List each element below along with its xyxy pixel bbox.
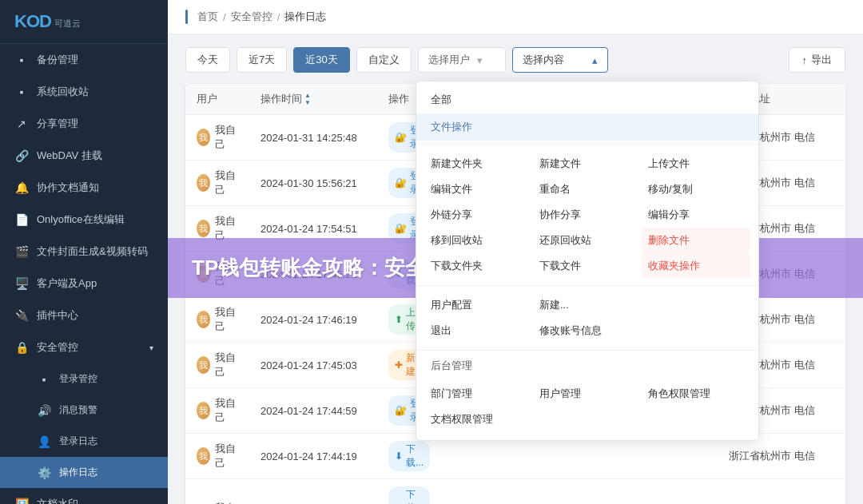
filter-custom[interactable]: 自定义 bbox=[356, 47, 412, 73]
client-icon: 🖥️ bbox=[14, 277, 29, 290]
cell-user: 我我自己 bbox=[185, 434, 249, 479]
export-button[interactable]: ↑ 导出 bbox=[789, 47, 846, 73]
dropdown-collab-share[interactable]: 协作分享 bbox=[533, 202, 642, 228]
dropdown-doc-perm[interactable]: 文档权限管理 bbox=[424, 407, 533, 432]
sidebar-item-label: 协作文档通知 bbox=[37, 181, 99, 195]
breadcrumb-bar: 首页 / 安全管控 / 操作日志 bbox=[168, 0, 863, 34]
dropdown-empty-4 bbox=[642, 407, 750, 432]
dropdown-download-file[interactable]: 下载文件 bbox=[533, 253, 642, 279]
dropdown-ext-share[interactable]: 外链分享 bbox=[424, 202, 533, 228]
file-ops-label: 文件操作 bbox=[431, 120, 472, 134]
breadcrumb-security[interactable]: 安全管控 bbox=[231, 10, 272, 24]
op-badge: ⬇下载文件 bbox=[388, 486, 430, 504]
sort-arrows: ▲▼ bbox=[304, 92, 311, 106]
sidebar-item-login-log[interactable]: 👤 登录日志 bbox=[0, 426, 168, 457]
col-header-user: 用户 bbox=[185, 84, 249, 115]
sidebar-item-onlyoffice[interactable]: 📄 Onlyoffice在线编辑 bbox=[0, 204, 168, 236]
onlyoffice-icon: 📄 bbox=[14, 213, 29, 226]
sidebar-item-op-log[interactable]: ⚙️ 操作日志 bbox=[0, 457, 168, 488]
sidebar-item-watermark[interactable]: 🖼️ 文档水印 bbox=[0, 488, 168, 504]
dropdown-logout[interactable]: 退出 bbox=[424, 318, 533, 343]
sidebar-item-label: 操作日志 bbox=[59, 466, 97, 479]
filter-today[interactable]: 今天 bbox=[185, 47, 230, 73]
dropdown-collect-op[interactable]: 收藏夹操作 bbox=[642, 253, 750, 279]
dropdown-move-copy[interactable]: 移动/复制 bbox=[642, 177, 750, 202]
dropdown-modify-acct[interactable]: 修改账号信息 bbox=[533, 318, 642, 343]
chevron-icon: ▾ bbox=[149, 343, 153, 352]
login-ctrl-icon: ▪ bbox=[37, 373, 51, 386]
breadcrumb-accent-bar bbox=[185, 10, 188, 24]
dropdown-rename[interactable]: 重命名 bbox=[533, 177, 642, 202]
dropdown-delete-file[interactable]: 删除文件 bbox=[642, 228, 750, 253]
sidebar-item-plugin[interactable]: 🔌 插件中心 bbox=[0, 300, 168, 331]
sidebar-item-label: 文件封面生成&视频转码 bbox=[37, 244, 148, 259]
export-icon: ↑ bbox=[802, 54, 808, 66]
logo-area: KOD 可道云 bbox=[0, 0, 168, 44]
transcode-icon: 🎬 bbox=[14, 245, 29, 258]
avatar: 我 bbox=[197, 356, 210, 374]
content-select[interactable]: 选择内容 ▴ bbox=[512, 47, 608, 73]
cell-user: 我我自己 bbox=[185, 115, 249, 161]
breadcrumb-current: 操作日志 bbox=[284, 10, 326, 24]
dropdown-user-mgmt[interactable]: 用户管理 bbox=[533, 381, 642, 407]
op-icon: 🔐 bbox=[395, 177, 407, 189]
cell-time: 2024-01-24 17:44:19 bbox=[249, 434, 377, 479]
sidebar-item-recycle[interactable]: ▪ 系统回收站 bbox=[0, 76, 168, 108]
share-icon: ↗ bbox=[14, 117, 29, 130]
divider-2 bbox=[416, 285, 758, 286]
sidebar-item-transcode[interactable]: 🎬 文件封面生成&视频转码 bbox=[0, 236, 168, 268]
cell-op: ⬇下载文件 bbox=[377, 479, 441, 505]
dropdown-edit-file[interactable]: 编辑文件 bbox=[424, 177, 533, 202]
sidebar-item-msg-alert[interactable]: 🔊 消息预警 bbox=[0, 395, 168, 426]
cell-time: 2024-01-24 17:45:03 bbox=[249, 343, 377, 388]
time-label: 操作时间 bbox=[260, 92, 302, 106]
dropdown-download-folder[interactable]: 下载文件夹 bbox=[424, 253, 533, 279]
op-icon: 🔐 bbox=[395, 223, 407, 234]
dropdown-user-config[interactable]: 用户配置 bbox=[424, 292, 533, 318]
chevron-down-icon: ▾ bbox=[477, 54, 483, 66]
sidebar-item-label: Onlyoffice在线编辑 bbox=[37, 212, 125, 227]
dropdown-move-recycle[interactable]: 移到回收站 bbox=[424, 228, 533, 253]
sidebar-item-collab[interactable]: 🔔 协作文档通知 bbox=[0, 172, 168, 204]
avatar: 我 bbox=[197, 447, 210, 465]
breadcrumb-home[interactable]: 首页 bbox=[197, 10, 218, 24]
sidebar-item-client[interactable]: 🖥️ 客户端及App bbox=[0, 268, 168, 300]
dropdown-item-file-ops[interactable]: 文件操作 bbox=[416, 113, 758, 141]
dropdown-restore-recycle[interactable]: 还原回收站 bbox=[533, 228, 642, 253]
sidebar-item-login-ctrl[interactable]: ▪ 登录管控 bbox=[0, 363, 168, 395]
filter-month30[interactable]: 近30天 bbox=[293, 47, 349, 73]
breadcrumb-sep-1: / bbox=[223, 11, 226, 23]
sidebar-item-security[interactable]: 🔒 安全管控 ▾ bbox=[0, 331, 168, 363]
col-header-time: 操作时间 ▲▼ bbox=[249, 84, 377, 115]
sidebar-item-label: WebDAV 挂载 bbox=[37, 149, 102, 163]
dropdown-dept-mgmt[interactable]: 部门管理 bbox=[424, 381, 533, 407]
dropdown-empty-1 bbox=[642, 292, 750, 318]
webdav-icon: 🔗 bbox=[14, 149, 29, 162]
dropdown-new-file[interactable]: 新建文件 bbox=[533, 151, 642, 177]
op-badge: ⬇下载... bbox=[388, 441, 430, 471]
dropdown-upload[interactable]: 上传文件 bbox=[642, 151, 750, 177]
all-label: 全部 bbox=[431, 93, 451, 107]
filter-week7[interactable]: 近7天 bbox=[237, 47, 287, 73]
user-select[interactable]: 选择用户 ▾ bbox=[418, 47, 506, 73]
sidebar-item-share[interactable]: ↗ 分享管理 bbox=[0, 108, 168, 140]
cell-addr: 浙江省杭州市 电信 bbox=[718, 479, 845, 505]
dropdown-edit-share[interactable]: 编辑分享 bbox=[642, 202, 750, 228]
logo-subtitle: 可道云 bbox=[54, 18, 81, 30]
breadcrumb-sep-2: / bbox=[277, 11, 280, 23]
dropdown-new-x[interactable]: 新建... bbox=[533, 292, 642, 318]
user-select-label: 选择用户 bbox=[428, 53, 470, 67]
avatar: 我 bbox=[197, 174, 210, 192]
dropdown-item-all[interactable]: 全部 bbox=[416, 86, 758, 113]
avatar: 我 bbox=[197, 402, 210, 419]
sidebar-item-webdav[interactable]: 🔗 WebDAV 挂载 bbox=[0, 140, 168, 172]
time-sort-btn[interactable]: 操作时间 ▲▼ bbox=[260, 92, 311, 106]
sidebar-item-label: 分享管理 bbox=[37, 117, 78, 131]
sidebar-item-label: 插件中心 bbox=[37, 308, 78, 323]
cell-user: 我我自己 bbox=[185, 388, 249, 434]
dropdown-new-folder[interactable]: 新建文件夹 bbox=[424, 151, 533, 177]
dropdown-role-mgmt[interactable]: 角色权限管理 bbox=[642, 381, 750, 407]
sidebar-item-label: 文档水印 bbox=[37, 497, 78, 504]
sidebar-item-backup[interactable]: ▪ 备份管理 bbox=[0, 44, 168, 76]
avatar: 我 bbox=[197, 129, 210, 146]
